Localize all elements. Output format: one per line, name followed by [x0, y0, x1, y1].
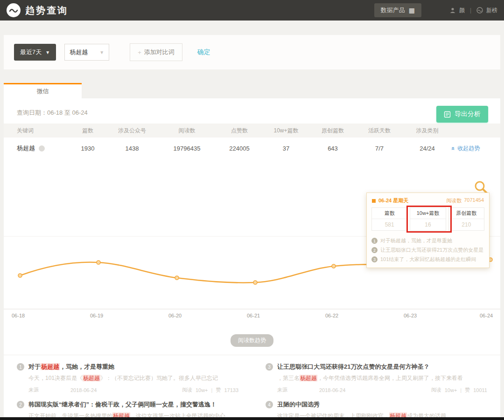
- article-title[interactable]: 对于杨超越，骂她，才是尊重她: [28, 363, 114, 371]
- col-header-accounts: 涉及公众号: [106, 127, 158, 135]
- main-panel: 查询日期： 06-18 至 06-24 导出分析 关键词 篇数 涉及公众号 阅读…: [4, 98, 500, 417]
- col-header-reads: 阅读数: [158, 127, 216, 135]
- data-point-0622[interactable]: [332, 264, 336, 268]
- brand-name[interactable]: 新榜: [486, 7, 497, 14]
- double-chevron-up-icon: «: [450, 146, 457, 150]
- export-analysis-button[interactable]: 导出分析: [436, 106, 488, 123]
- x-tick-0620: 06-20: [168, 313, 182, 318]
- tooltip-article-title: 101结束了，大家回忆起杨超越的走红瞬间: [380, 256, 476, 263]
- keyword-highlight: 杨超越: [300, 375, 317, 381]
- plus-icon: +: [138, 49, 141, 56]
- data-point-0620[interactable]: [175, 276, 179, 280]
- article-source: 来源: [28, 386, 70, 393]
- grid-menu-icon: ▦: [409, 7, 415, 14]
- tooltip-metric: 阅读数 7071454: [446, 197, 484, 204]
- keyword-select[interactable]: 杨超越 ▼: [64, 44, 109, 61]
- stat-label: 原创篇数: [449, 208, 484, 219]
- confirm-button[interactable]: 确定: [197, 48, 210, 56]
- legend-reads-trend[interactable]: 阅读数趋势: [231, 334, 273, 347]
- cell-articles: 1930: [69, 145, 106, 152]
- tab-wechat[interactable]: 微信: [4, 83, 82, 98]
- tooltip-article-list: 1 对于杨超越，骂她，才是尊重她 2 让王思聪张口大骂还获得21万次点赞的女星是…: [367, 231, 489, 264]
- tooltip-article-title: 对于杨超越，骂她，才是尊重她: [380, 237, 452, 244]
- reads-label: 阅读: [431, 386, 441, 393]
- data-products-label: 数据产品: [381, 6, 405, 14]
- export-analysis-label: 导出分析: [455, 110, 481, 118]
- chevron-down-icon: ▼: [45, 50, 50, 55]
- article-item-1: 1 对于杨超越，骂她，才是尊重她 今天，101决赛后是《杨超越》：（不要忘记比赛…: [17, 363, 238, 393]
- stat-value: 16: [410, 219, 445, 230]
- article-date: 2018-06-24: [319, 387, 389, 393]
- article-title[interactable]: 让王思聪张口大骂还获得21万次点赞的女星是何方神圣？: [277, 363, 429, 371]
- rank-badge: 3: [266, 363, 273, 371]
- article-item-3: 3 让王思聪张口大骂还获得21万次点赞的女星是何方神圣？ ，第三名杨超越，今年凭…: [266, 363, 487, 393]
- stat-label: 10w+篇数: [410, 208, 445, 219]
- user-avatar-icon: [449, 7, 456, 14]
- articles-grid: 1 对于杨超越，骂她，才是尊重她 今天，101决赛后是《杨超越》：（不要忘记比赛…: [4, 355, 500, 417]
- keyword-text: 杨超越: [17, 144, 35, 152]
- x-tick-0624: 06-24: [480, 313, 493, 318]
- data-point-0621[interactable]: [253, 281, 257, 284]
- likes-value: 10011: [473, 387, 487, 393]
- table-row: 杨超越 1930 1438 19796435 224005 37 643 7/7…: [4, 138, 500, 159]
- query-date-label: 查询日期：: [17, 109, 47, 117]
- chart-tooltip: 06-24 星期天 阅读数 7071454 篇数 581 10w+篇数 16 原…: [366, 193, 490, 268]
- col-header-original: 原创篇数: [309, 127, 356, 135]
- user-name[interactable]: 颜: [459, 7, 465, 14]
- x-tick-0618: 06-18: [12, 313, 25, 318]
- export-doc-icon: [444, 111, 451, 118]
- rank-badge: 4: [266, 401, 273, 408]
- data-products-button[interactable]: 数据产品 ▦: [374, 3, 421, 17]
- add-compare-button[interactable]: + 添加对比词: [130, 43, 182, 61]
- article-title[interactable]: 丑陋的中国选秀: [277, 400, 320, 409]
- tooltip-date: 06-24 星期天: [378, 197, 408, 204]
- stat-label: 篇数: [372, 208, 407, 219]
- date-range-label: 最近7天: [20, 48, 42, 56]
- cell-categories: 24/24: [403, 145, 452, 152]
- tooltip-article-item: 1 对于杨超越，骂她，才是尊重她: [371, 237, 484, 244]
- articles-section: 1 对于杨超越，骂她，才是尊重她 今天，101决赛后是《杨超越》：（不要忘记比赛…: [4, 355, 500, 417]
- keyword-highlight: 杨超越: [112, 413, 130, 417]
- collapse-trend-link[interactable]: « 收起趋势: [452, 145, 500, 152]
- article-title[interactable]: 韩国现实版“继承者们”：偷税干政，父子俩同睡一女星，撞交警逃逸！: [28, 400, 217, 409]
- col-header-keyword: 关键词: [4, 127, 69, 135]
- col-header-active-days: 活跃天数: [356, 127, 403, 135]
- data-point-0619[interactable]: [97, 261, 100, 264]
- likes-label: 赞: [216, 386, 221, 393]
- chevron-down-icon: ▼: [99, 50, 104, 55]
- rank-badge: 1: [17, 363, 24, 371]
- article-meta: 来源 2018-06-24 阅读 10w+ | 赞 17133: [28, 386, 238, 393]
- likes-label: 赞: [465, 386, 470, 393]
- stat-value: 581: [372, 219, 407, 230]
- col-header-likes: 点赞数: [216, 127, 263, 135]
- rank-badge: 2: [17, 401, 24, 408]
- tooltip-metric-label: 阅读数: [446, 197, 462, 204]
- keyword-value: 杨超越: [70, 48, 88, 56]
- stat-box-original: 原创篇数 210: [448, 207, 484, 231]
- stat-box-articles: 篇数 581: [371, 207, 407, 231]
- data-point-0618[interactable]: [18, 274, 22, 277]
- app-logo-icon: [7, 3, 21, 17]
- x-tick-0622: 06-22: [325, 313, 338, 318]
- info-icon[interactable]: [39, 145, 45, 151]
- keyword-table: 关键词 篇数 涉及公众号 阅读数 点赞数 10w+篇数 原创篇数 活跃天数 涉及…: [4, 124, 500, 159]
- tooltip-header: 06-24 星期天 阅读数 7071454: [367, 193, 489, 207]
- col-header-categories: 涉及类别: [403, 127, 452, 135]
- rank-badge: 1: [371, 238, 378, 244]
- rank-badge: 3: [371, 256, 378, 262]
- date-range-dropdown[interactable]: 最近7天 ▼: [14, 44, 56, 61]
- filter-panel: 最近7天 ▼ 杨超越 ▼ + 添加对比词 确定: [4, 35, 500, 69]
- cell-keyword: 杨超越: [4, 144, 69, 152]
- keyword-highlight: 杨超越: [83, 375, 100, 381]
- keyword-highlight: 杨超越: [389, 413, 407, 417]
- article-snippet: 这注定是一个被记住的周末，上周刚刚收官，杨超越成为最大的话题: [277, 412, 487, 417]
- cell-likes: 224005: [216, 145, 263, 152]
- x-tick-0621: 06-21: [247, 313, 260, 318]
- keyword-highlight: 杨超越: [41, 363, 60, 370]
- x-tick-0623: 06-23: [404, 313, 417, 318]
- query-date-row: 查询日期： 06-18 至 06-24: [4, 98, 500, 124]
- tooltip-article-item: 3 101结束了，大家回忆起杨超越的走红瞬间: [371, 256, 484, 263]
- collapse-trend-label: 收起趋势: [457, 145, 480, 152]
- article-date: 2018-06-24: [70, 387, 140, 393]
- tooltip-stats: 篇数 581 10w+篇数 16 原创篇数 210: [367, 207, 489, 231]
